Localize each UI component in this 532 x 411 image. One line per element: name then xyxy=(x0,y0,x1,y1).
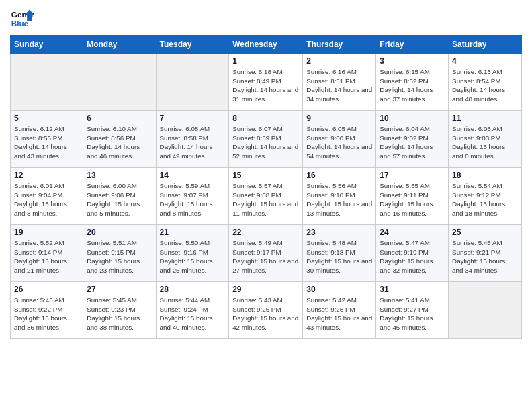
calendar-cell: 10Sunrise: 6:04 AM Sunset: 9:02 PM Dayli… xyxy=(376,111,449,168)
day-info: Sunrise: 6:04 AM Sunset: 9:02 PM Dayligh… xyxy=(380,124,445,161)
weekday-header-cell: Sunday xyxy=(11,36,83,54)
page-header: General Blue xyxy=(10,7,522,31)
day-info: Sunrise: 5:55 AM Sunset: 9:11 PM Dayligh… xyxy=(380,181,445,218)
calendar-cell: 31Sunrise: 5:41 AM Sunset: 9:27 PM Dayli… xyxy=(376,282,449,339)
day-info: Sunrise: 6:01 AM Sunset: 9:04 PM Dayligh… xyxy=(14,181,79,218)
day-number: 22 xyxy=(232,228,299,237)
calendar-cell: 21Sunrise: 5:50 AM Sunset: 9:16 PM Dayli… xyxy=(156,225,229,282)
weekday-header-cell: Saturday xyxy=(449,36,522,54)
calendar-cell: 25Sunrise: 5:46 AM Sunset: 9:21 PM Dayli… xyxy=(449,225,522,282)
day-number: 8 xyxy=(232,113,299,123)
day-number: 4 xyxy=(452,56,518,66)
calendar-cell xyxy=(156,54,229,111)
calendar-table: SundayMondayTuesdayWednesdayThursdayFrid… xyxy=(10,35,522,339)
day-info: Sunrise: 6:03 AM Sunset: 9:03 PM Dayligh… xyxy=(452,124,518,161)
day-number: 12 xyxy=(14,171,79,180)
day-number: 19 xyxy=(14,228,79,237)
day-number: 5 xyxy=(14,113,79,123)
calendar-cell: 26Sunrise: 5:45 AM Sunset: 9:22 PM Dayli… xyxy=(11,282,83,339)
day-number: 21 xyxy=(160,228,226,237)
calendar-cell: 9Sunrise: 6:05 AM Sunset: 9:00 PM Daylig… xyxy=(303,111,376,168)
calendar-week-row: 1Sunrise: 6:18 AM Sunset: 8:49 PM Daylig… xyxy=(11,54,522,111)
day-info: Sunrise: 6:07 AM Sunset: 8:59 PM Dayligh… xyxy=(232,124,299,161)
calendar-cell: 14Sunrise: 5:59 AM Sunset: 9:07 PM Dayli… xyxy=(156,168,229,225)
day-number: 6 xyxy=(87,113,152,123)
day-info: Sunrise: 5:49 AM Sunset: 9:17 PM Dayligh… xyxy=(232,238,299,275)
calendar-cell: 15Sunrise: 5:57 AM Sunset: 9:08 PM Dayli… xyxy=(229,168,303,225)
calendar-cell: 1Sunrise: 6:18 AM Sunset: 8:49 PM Daylig… xyxy=(229,54,303,111)
day-number: 17 xyxy=(380,171,445,180)
day-info: Sunrise: 5:52 AM Sunset: 9:14 PM Dayligh… xyxy=(14,238,79,275)
day-info: Sunrise: 5:47 AM Sunset: 9:19 PM Dayligh… xyxy=(380,238,445,275)
day-number: 1 xyxy=(232,56,299,66)
day-number: 24 xyxy=(380,228,445,237)
day-info: Sunrise: 5:56 AM Sunset: 9:10 PM Dayligh… xyxy=(306,181,372,218)
day-number: 2 xyxy=(306,56,372,66)
calendar-cell: 24Sunrise: 5:47 AM Sunset: 9:19 PM Dayli… xyxy=(376,225,449,282)
calendar-cell: 19Sunrise: 5:52 AM Sunset: 9:14 PM Dayli… xyxy=(11,225,83,282)
day-number: 30 xyxy=(306,285,372,294)
day-info: Sunrise: 5:44 AM Sunset: 9:24 PM Dayligh… xyxy=(160,295,226,332)
calendar-cell: 16Sunrise: 5:56 AM Sunset: 9:10 PM Dayli… xyxy=(303,168,376,225)
day-number: 3 xyxy=(380,56,445,66)
weekday-header-row: SundayMondayTuesdayWednesdayThursdayFrid… xyxy=(11,36,522,54)
calendar-cell: 13Sunrise: 6:00 AM Sunset: 9:06 PM Dayli… xyxy=(83,168,156,225)
calendar-cell: 2Sunrise: 6:16 AM Sunset: 8:51 PM Daylig… xyxy=(303,54,376,111)
weekday-header-cell: Friday xyxy=(376,36,449,54)
day-number: 31 xyxy=(380,285,445,294)
day-info: Sunrise: 6:15 AM Sunset: 8:52 PM Dayligh… xyxy=(380,67,445,104)
calendar-week-row: 19Sunrise: 5:52 AM Sunset: 9:14 PM Dayli… xyxy=(11,225,522,282)
calendar-cell: 29Sunrise: 5:43 AM Sunset: 9:25 PM Dayli… xyxy=(229,282,303,339)
weekday-header-cell: Monday xyxy=(83,36,156,54)
day-number: 13 xyxy=(87,171,152,180)
day-info: Sunrise: 6:10 AM Sunset: 8:56 PM Dayligh… xyxy=(87,124,152,161)
calendar-cell: 22Sunrise: 5:49 AM Sunset: 9:17 PM Dayli… xyxy=(229,225,303,282)
day-number: 16 xyxy=(306,171,372,180)
calendar-cell: 3Sunrise: 6:15 AM Sunset: 8:52 PM Daylig… xyxy=(376,54,449,111)
day-info: Sunrise: 5:45 AM Sunset: 9:23 PM Dayligh… xyxy=(87,295,152,332)
day-info: Sunrise: 6:05 AM Sunset: 9:00 PM Dayligh… xyxy=(306,124,372,161)
weekday-header-cell: Wednesday xyxy=(229,36,303,54)
calendar-body: 1Sunrise: 6:18 AM Sunset: 8:49 PM Daylig… xyxy=(11,54,522,339)
calendar-cell: 7Sunrise: 6:08 AM Sunset: 8:58 PM Daylig… xyxy=(156,111,229,168)
day-info: Sunrise: 5:48 AM Sunset: 9:18 PM Dayligh… xyxy=(306,238,372,275)
day-number: 29 xyxy=(232,285,299,294)
calendar-cell: 27Sunrise: 5:45 AM Sunset: 9:23 PM Dayli… xyxy=(83,282,156,339)
day-number: 27 xyxy=(87,285,152,294)
day-number: 15 xyxy=(232,171,299,180)
calendar-cell: 20Sunrise: 5:51 AM Sunset: 9:15 PM Dayli… xyxy=(83,225,156,282)
day-info: Sunrise: 6:08 AM Sunset: 8:58 PM Dayligh… xyxy=(160,124,226,161)
calendar-cell: 17Sunrise: 5:55 AM Sunset: 9:11 PM Dayli… xyxy=(376,168,449,225)
calendar-cell: 12Sunrise: 6:01 AM Sunset: 9:04 PM Dayli… xyxy=(11,168,83,225)
weekday-header-cell: Thursday xyxy=(303,36,376,54)
day-info: Sunrise: 5:45 AM Sunset: 9:22 PM Dayligh… xyxy=(14,295,79,332)
calendar-cell: 30Sunrise: 5:42 AM Sunset: 9:26 PM Dayli… xyxy=(303,282,376,339)
day-number: 18 xyxy=(452,171,518,180)
day-info: Sunrise: 5:42 AM Sunset: 9:26 PM Dayligh… xyxy=(306,295,372,332)
calendar-cell: 8Sunrise: 6:07 AM Sunset: 8:59 PM Daylig… xyxy=(229,111,303,168)
day-number: 11 xyxy=(452,113,518,123)
day-info: Sunrise: 5:51 AM Sunset: 9:15 PM Dayligh… xyxy=(87,238,152,275)
svg-text:Blue: Blue xyxy=(11,19,29,28)
calendar-week-row: 12Sunrise: 6:01 AM Sunset: 9:04 PM Dayli… xyxy=(11,168,522,225)
day-info: Sunrise: 5:43 AM Sunset: 9:25 PM Dayligh… xyxy=(232,295,299,332)
day-number: 9 xyxy=(306,113,372,123)
calendar-cell: 4Sunrise: 6:13 AM Sunset: 8:54 PM Daylig… xyxy=(449,54,522,111)
day-info: Sunrise: 6:18 AM Sunset: 8:49 PM Dayligh… xyxy=(232,67,299,104)
day-number: 26 xyxy=(14,285,79,294)
day-info: Sunrise: 5:59 AM Sunset: 9:07 PM Dayligh… xyxy=(160,181,226,218)
weekday-header-cell: Tuesday xyxy=(156,36,229,54)
logo: General Blue xyxy=(10,7,34,31)
calendar-week-row: 26Sunrise: 5:45 AM Sunset: 9:22 PM Dayli… xyxy=(11,282,522,339)
day-number: 7 xyxy=(160,113,226,123)
day-info: Sunrise: 5:50 AM Sunset: 9:16 PM Dayligh… xyxy=(160,238,226,275)
calendar-cell: 5Sunrise: 6:12 AM Sunset: 8:55 PM Daylig… xyxy=(11,111,83,168)
calendar-cell xyxy=(449,282,522,339)
calendar-cell: 28Sunrise: 5:44 AM Sunset: 9:24 PM Dayli… xyxy=(156,282,229,339)
day-info: Sunrise: 5:54 AM Sunset: 9:12 PM Dayligh… xyxy=(452,181,518,218)
day-info: Sunrise: 6:12 AM Sunset: 8:55 PM Dayligh… xyxy=(14,124,79,161)
day-number: 14 xyxy=(160,171,226,180)
day-info: Sunrise: 6:16 AM Sunset: 8:51 PM Dayligh… xyxy=(306,67,372,104)
day-info: Sunrise: 5:41 AM Sunset: 9:27 PM Dayligh… xyxy=(380,295,445,332)
day-info: Sunrise: 6:13 AM Sunset: 8:54 PM Dayligh… xyxy=(452,67,518,104)
